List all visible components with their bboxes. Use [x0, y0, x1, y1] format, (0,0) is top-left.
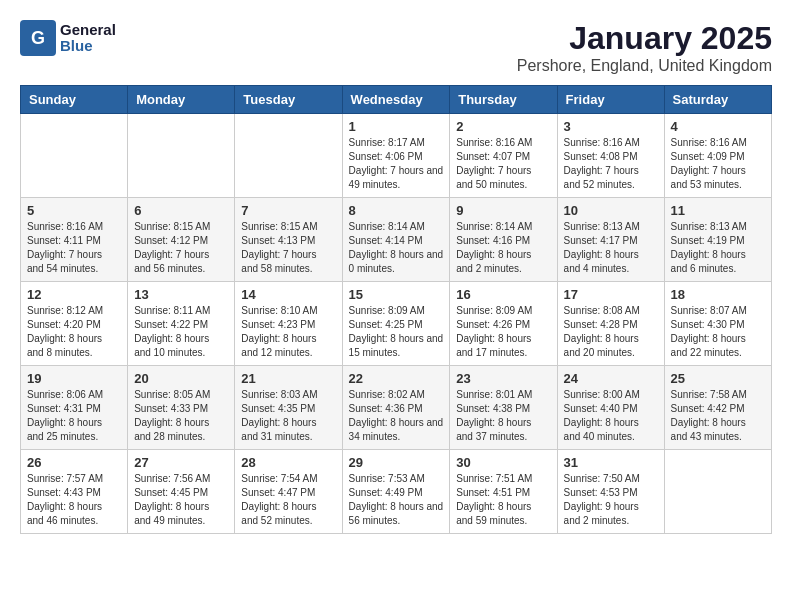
- header-friday: Friday: [557, 86, 664, 114]
- header-thursday: Thursday: [450, 86, 557, 114]
- day-info: Sunrise: 8:13 AMSunset: 4:19 PMDaylight:…: [671, 220, 765, 276]
- calendar-cell: 9Sunrise: 8:14 AMSunset: 4:16 PMDaylight…: [450, 198, 557, 282]
- day-info: Sunrise: 8:07 AMSunset: 4:30 PMDaylight:…: [671, 304, 765, 360]
- day-info: Sunrise: 8:02 AMSunset: 4:36 PMDaylight:…: [349, 388, 444, 444]
- day-number: 14: [241, 287, 335, 302]
- calendar-cell: 5Sunrise: 8:16 AMSunset: 4:11 PMDaylight…: [21, 198, 128, 282]
- header: G General Blue January 2025 Pershore, En…: [20, 20, 772, 75]
- header-wednesday: Wednesday: [342, 86, 450, 114]
- day-number: 21: [241, 371, 335, 386]
- day-info: Sunrise: 8:05 AMSunset: 4:33 PMDaylight:…: [134, 388, 228, 444]
- day-number: 2: [456, 119, 550, 134]
- day-info: Sunrise: 7:54 AMSunset: 4:47 PMDaylight:…: [241, 472, 335, 528]
- day-number: 25: [671, 371, 765, 386]
- calendar-cell: 21Sunrise: 8:03 AMSunset: 4:35 PMDayligh…: [235, 366, 342, 450]
- day-info: Sunrise: 7:53 AMSunset: 4:49 PMDaylight:…: [349, 472, 444, 528]
- calendar-cell: [235, 114, 342, 198]
- day-number: 1: [349, 119, 444, 134]
- calendar-cell: 30Sunrise: 7:51 AMSunset: 4:51 PMDayligh…: [450, 450, 557, 534]
- day-info: Sunrise: 8:10 AMSunset: 4:23 PMDaylight:…: [241, 304, 335, 360]
- day-info: Sunrise: 8:08 AMSunset: 4:28 PMDaylight:…: [564, 304, 658, 360]
- calendar-cell: [128, 114, 235, 198]
- day-info: Sunrise: 7:58 AMSunset: 4:42 PMDaylight:…: [671, 388, 765, 444]
- day-info: Sunrise: 7:51 AMSunset: 4:51 PMDaylight:…: [456, 472, 550, 528]
- calendar-cell: 4Sunrise: 8:16 AMSunset: 4:09 PMDaylight…: [664, 114, 771, 198]
- calendar-cell: 27Sunrise: 7:56 AMSunset: 4:45 PMDayligh…: [128, 450, 235, 534]
- calendar-cell: 8Sunrise: 8:14 AMSunset: 4:14 PMDaylight…: [342, 198, 450, 282]
- day-number: 23: [456, 371, 550, 386]
- calendar-cell: 13Sunrise: 8:11 AMSunset: 4:22 PMDayligh…: [128, 282, 235, 366]
- calendar-cell: 7Sunrise: 8:15 AMSunset: 4:13 PMDaylight…: [235, 198, 342, 282]
- day-info: Sunrise: 8:15 AMSunset: 4:12 PMDaylight:…: [134, 220, 228, 276]
- logo-blue: Blue: [60, 38, 116, 55]
- day-number: 3: [564, 119, 658, 134]
- svg-text:G: G: [31, 28, 45, 48]
- location-title: Pershore, England, United Kingdom: [517, 57, 772, 75]
- calendar-week-4: 19Sunrise: 8:06 AMSunset: 4:31 PMDayligh…: [21, 366, 772, 450]
- day-number: 11: [671, 203, 765, 218]
- day-number: 24: [564, 371, 658, 386]
- calendar-cell: 2Sunrise: 8:16 AMSunset: 4:07 PMDaylight…: [450, 114, 557, 198]
- day-number: 8: [349, 203, 444, 218]
- calendar-cell: 23Sunrise: 8:01 AMSunset: 4:38 PMDayligh…: [450, 366, 557, 450]
- calendar-cell: 25Sunrise: 7:58 AMSunset: 4:42 PMDayligh…: [664, 366, 771, 450]
- day-info: Sunrise: 7:50 AMSunset: 4:53 PMDaylight:…: [564, 472, 658, 528]
- calendar-week-2: 5Sunrise: 8:16 AMSunset: 4:11 PMDaylight…: [21, 198, 772, 282]
- day-number: 15: [349, 287, 444, 302]
- day-info: Sunrise: 8:16 AMSunset: 4:11 PMDaylight:…: [27, 220, 121, 276]
- calendar-cell: 10Sunrise: 8:13 AMSunset: 4:17 PMDayligh…: [557, 198, 664, 282]
- day-info: Sunrise: 8:00 AMSunset: 4:40 PMDaylight:…: [564, 388, 658, 444]
- day-number: 6: [134, 203, 228, 218]
- day-number: 28: [241, 455, 335, 470]
- day-number: 9: [456, 203, 550, 218]
- day-number: 4: [671, 119, 765, 134]
- day-info: Sunrise: 8:11 AMSunset: 4:22 PMDaylight:…: [134, 304, 228, 360]
- header-saturday: Saturday: [664, 86, 771, 114]
- day-info: Sunrise: 7:57 AMSunset: 4:43 PMDaylight:…: [27, 472, 121, 528]
- day-info: Sunrise: 8:17 AMSunset: 4:06 PMDaylight:…: [349, 136, 444, 192]
- day-number: 7: [241, 203, 335, 218]
- day-info: Sunrise: 8:14 AMSunset: 4:16 PMDaylight:…: [456, 220, 550, 276]
- calendar-cell: [664, 450, 771, 534]
- day-number: 19: [27, 371, 121, 386]
- calendar-cell: 24Sunrise: 8:00 AMSunset: 4:40 PMDayligh…: [557, 366, 664, 450]
- day-info: Sunrise: 8:03 AMSunset: 4:35 PMDaylight:…: [241, 388, 335, 444]
- day-info: Sunrise: 8:06 AMSunset: 4:31 PMDaylight:…: [27, 388, 121, 444]
- day-info: Sunrise: 8:12 AMSunset: 4:20 PMDaylight:…: [27, 304, 121, 360]
- calendar-week-1: 1Sunrise: 8:17 AMSunset: 4:06 PMDaylight…: [21, 114, 772, 198]
- calendar-cell: 20Sunrise: 8:05 AMSunset: 4:33 PMDayligh…: [128, 366, 235, 450]
- day-number: 17: [564, 287, 658, 302]
- calendar-cell: 26Sunrise: 7:57 AMSunset: 4:43 PMDayligh…: [21, 450, 128, 534]
- title-area: January 2025 Pershore, England, United K…: [517, 20, 772, 75]
- day-info: Sunrise: 8:13 AMSunset: 4:17 PMDaylight:…: [564, 220, 658, 276]
- calendar-week-3: 12Sunrise: 8:12 AMSunset: 4:20 PMDayligh…: [21, 282, 772, 366]
- day-number: 20: [134, 371, 228, 386]
- day-info: Sunrise: 8:16 AMSunset: 4:08 PMDaylight:…: [564, 136, 658, 192]
- calendar-cell: 18Sunrise: 8:07 AMSunset: 4:30 PMDayligh…: [664, 282, 771, 366]
- calendar-table: SundayMondayTuesdayWednesdayThursdayFrid…: [20, 85, 772, 534]
- day-number: 18: [671, 287, 765, 302]
- header-tuesday: Tuesday: [235, 86, 342, 114]
- day-number: 13: [134, 287, 228, 302]
- calendar-cell: 3Sunrise: 8:16 AMSunset: 4:08 PMDaylight…: [557, 114, 664, 198]
- day-number: 29: [349, 455, 444, 470]
- calendar-cell: 29Sunrise: 7:53 AMSunset: 4:49 PMDayligh…: [342, 450, 450, 534]
- calendar-cell: 14Sunrise: 8:10 AMSunset: 4:23 PMDayligh…: [235, 282, 342, 366]
- day-info: Sunrise: 8:14 AMSunset: 4:14 PMDaylight:…: [349, 220, 444, 276]
- calendar-cell: [21, 114, 128, 198]
- day-info: Sunrise: 8:16 AMSunset: 4:07 PMDaylight:…: [456, 136, 550, 192]
- day-info: Sunrise: 7:56 AMSunset: 4:45 PMDaylight:…: [134, 472, 228, 528]
- calendar-cell: 22Sunrise: 8:02 AMSunset: 4:36 PMDayligh…: [342, 366, 450, 450]
- calendar-cell: 11Sunrise: 8:13 AMSunset: 4:19 PMDayligh…: [664, 198, 771, 282]
- day-number: 30: [456, 455, 550, 470]
- calendar-week-5: 26Sunrise: 7:57 AMSunset: 4:43 PMDayligh…: [21, 450, 772, 534]
- day-number: 16: [456, 287, 550, 302]
- logo: G General Blue: [20, 20, 116, 56]
- calendar-cell: 28Sunrise: 7:54 AMSunset: 4:47 PMDayligh…: [235, 450, 342, 534]
- calendar-cell: 6Sunrise: 8:15 AMSunset: 4:12 PMDaylight…: [128, 198, 235, 282]
- day-info: Sunrise: 8:09 AMSunset: 4:25 PMDaylight:…: [349, 304, 444, 360]
- day-number: 5: [27, 203, 121, 218]
- day-number: 27: [134, 455, 228, 470]
- month-title: January 2025: [517, 20, 772, 57]
- day-number: 10: [564, 203, 658, 218]
